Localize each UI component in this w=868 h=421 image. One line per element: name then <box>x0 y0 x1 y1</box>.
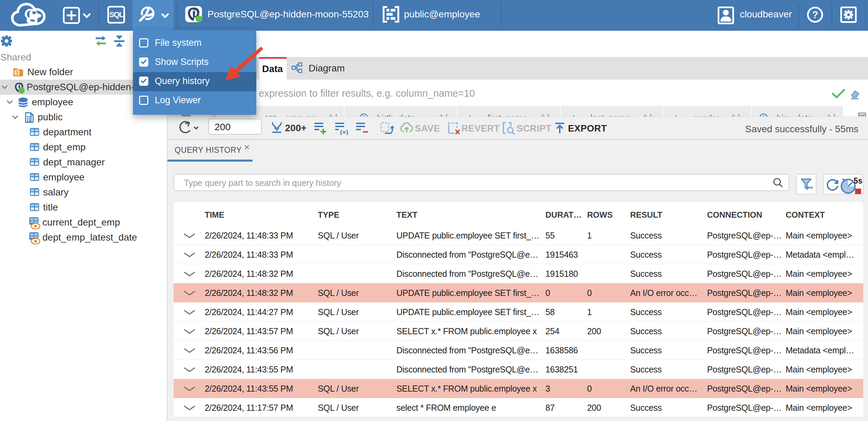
svg-text:SQL: SQL <box>109 10 124 19</box>
svg-text:?: ? <box>812 9 818 20</box>
svg-text:(+): (+) <box>340 128 348 135</box>
svg-text:5s: 5s <box>854 176 863 185</box>
